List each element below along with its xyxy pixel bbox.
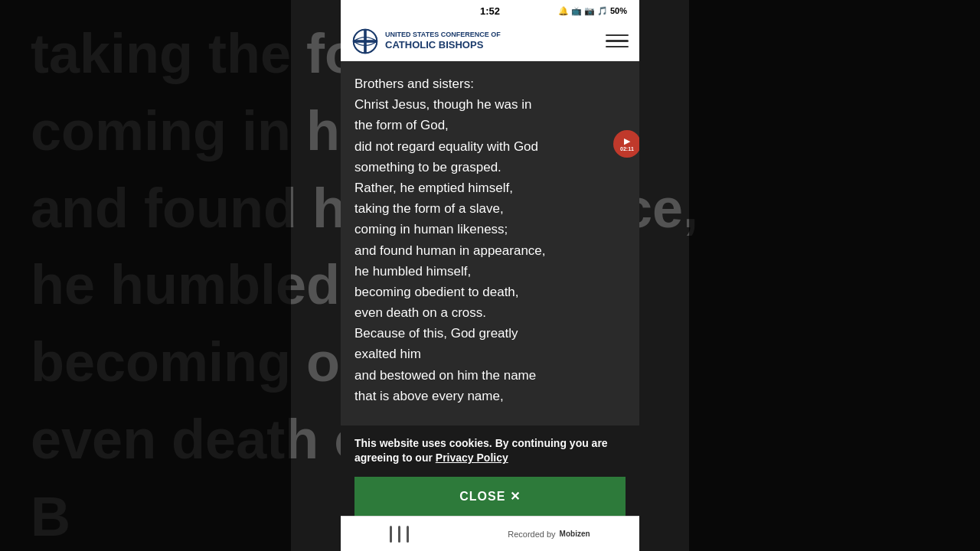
recorder-text: Recorded by <box>508 530 555 539</box>
hamburger-menu[interactable] <box>606 30 629 53</box>
scripture-line-7: Because of this, God greatlyexalted him <box>354 326 518 361</box>
nav-logo-text: UNITED STATES CONFERENCE OF CATHOLIC BIS… <box>385 31 501 51</box>
side-panel-left <box>0 0 291 551</box>
nav-bar: UNITED STATES CONFERENCE OF CATHOLIC BIS… <box>341 21 639 61</box>
timer-badge: ▶ 02:11 <box>613 130 639 158</box>
scripture-line-1: Brothers and sisters: <box>354 77 474 91</box>
status-time: 1:52 <box>480 5 500 17</box>
nav-pill-2 <box>398 526 400 543</box>
recorder-badge: Recorded by Mobizen <box>508 530 590 539</box>
recorder-brand: Mobizen <box>560 530 590 538</box>
scripture-line-4: Rather, he emptied himself,taking the fo… <box>354 181 513 236</box>
bottom-bar: Recorded by Mobizen <box>341 516 639 551</box>
cookie-banner: This website uses cookies. By continuing… <box>341 425 639 516</box>
phone-frame: 1:52 🔔 📺 📷 🎵 50% UNITED STATES CONFERENC… <box>341 0 639 551</box>
battery-text: 50% <box>610 6 627 15</box>
scripture-line-2: Christ Jesus, though he was inthe form o… <box>354 97 532 132</box>
side-panel-right <box>689 0 980 551</box>
content-area: ▶ 02:11 Brothers and sisters: Christ Jes… <box>341 61 639 516</box>
scripture-line-8: and bestowed on him the namethat is abov… <box>354 368 536 403</box>
notification-icons: 🔔 📺 📷 🎵 <box>558 6 608 16</box>
usccb-logo-icon <box>351 28 379 55</box>
scripture-text: Brothers and sisters: Christ Jesus, thou… <box>341 61 639 425</box>
nav-pill-3 <box>407 526 409 543</box>
scripture-line-3: did not regard equality with Godsomethin… <box>354 139 538 174</box>
privacy-policy-link[interactable]: Privacy Policy <box>436 452 508 464</box>
status-icons: 🔔 📺 📷 🎵 50% <box>558 6 627 16</box>
svg-rect-3 <box>354 40 377 43</box>
hamburger-line-3 <box>606 46 629 48</box>
cookie-text: This website uses cookies. By continuing… <box>354 436 626 466</box>
hamburger-line-2 <box>606 40 629 42</box>
scripture-line-5: and found human in appearance,he humbled… <box>354 243 546 279</box>
status-bar: 1:52 🔔 📺 📷 🎵 50% <box>341 0 639 21</box>
logo-main-line: CATHOLIC BISHOPS <box>385 39 501 51</box>
hamburger-line-1 <box>606 34 629 37</box>
nav-pill-1 <box>390 526 392 543</box>
close-button[interactable]: CLOSE ✕ <box>354 477 626 516</box>
bottom-nav-pills <box>390 526 409 543</box>
nav-logo: UNITED STATES CONFERENCE OF CATHOLIC BIS… <box>351 28 501 55</box>
timer-text: 02:11 <box>620 146 634 152</box>
timer-icon: ▶ <box>624 136 630 146</box>
scripture-line-6: becoming obedient to death,even death on… <box>354 285 519 320</box>
logo-top-line: UNITED STATES CONFERENCE OF <box>385 31 501 39</box>
